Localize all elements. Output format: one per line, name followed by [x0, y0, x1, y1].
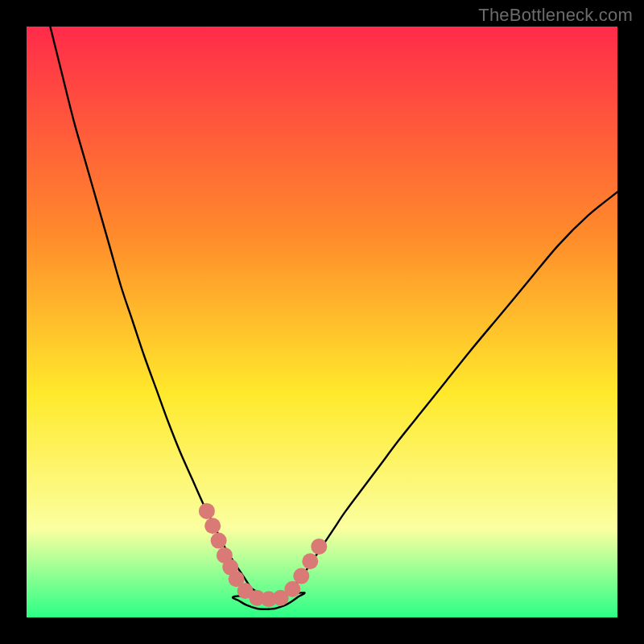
highlight-dot	[311, 539, 327, 555]
highlight-dot	[293, 568, 309, 584]
highlight-dot	[302, 553, 318, 569]
gradient-background	[27, 27, 617, 617]
chart-svg	[27, 27, 617, 617]
highlight-dot	[284, 581, 300, 597]
highlight-dot	[211, 533, 227, 549]
watermark-text: TheBottleneck.com	[478, 5, 633, 26]
plot-area	[27, 27, 617, 617]
chart-frame: TheBottleneck.com	[0, 0, 644, 644]
highlight-dot	[204, 518, 221, 534]
highlight-dot	[199, 503, 215, 519]
